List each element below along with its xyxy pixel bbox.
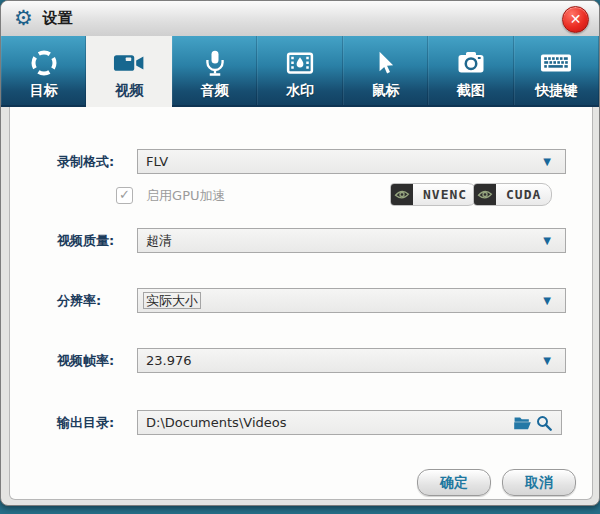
open-folder-icon[interactable]	[511, 413, 533, 433]
settings-form-panel: 录制格式: FLV ▼ ✓ 启用GPU加速 NVENC	[9, 107, 593, 500]
nvidia-logo-icon	[391, 184, 413, 205]
gpu-acceleration-checkbox[interactable]: ✓	[116, 187, 133, 204]
tab-label: 水印	[286, 82, 314, 100]
nvenc-badge[interactable]: NVENC	[390, 183, 478, 206]
cancel-button-label: 取消	[525, 474, 553, 490]
close-icon: ✕	[570, 11, 582, 27]
tab-target[interactable]: 目标	[1, 36, 86, 107]
cuda-badge[interactable]: CUDA	[473, 183, 552, 206]
record-format-dropdown[interactable]: FLV ▼	[137, 149, 566, 174]
resolution-label: 分辨率:	[57, 288, 101, 313]
video-quality-label: 视频质量:	[57, 228, 114, 253]
check-icon: ✓	[119, 187, 130, 202]
video-quality-value: 超清	[146, 232, 543, 250]
cancel-button[interactable]: 取消	[502, 469, 576, 496]
keyboard-icon	[539, 47, 573, 79]
tab-label: 目标	[30, 82, 58, 100]
chevron-down-icon: ▼	[543, 355, 551, 366]
tab-video[interactable]: 视频	[86, 36, 171, 107]
close-button[interactable]: ✕	[562, 6, 589, 33]
chevron-down-icon: ▼	[543, 295, 551, 306]
tab-screenshot[interactable]: 截图	[428, 36, 513, 107]
tab-bar: 目标 视频 音频	[1, 36, 599, 107]
title-bar: ⚙ 设置 ✕	[1, 1, 599, 36]
chevron-down-icon: ▼	[543, 156, 551, 167]
output-dir-label: 输出目录:	[57, 410, 114, 435]
tab-audio[interactable]: 音频	[172, 36, 257, 107]
frame-rate-label: 视频帧率:	[57, 348, 114, 373]
video-quality-dropdown[interactable]: 超清 ▼	[137, 228, 566, 253]
nvidia-logo-icon	[474, 184, 496, 205]
tab-label: 视频	[115, 82, 143, 100]
tab-hotkeys[interactable]: 快捷键	[514, 36, 599, 107]
gpu-acceleration-label: 启用GPU加速	[146, 188, 225, 203]
settings-window: ⚙ 设置 ✕ 目标 视频	[0, 0, 600, 506]
tab-label: 快捷键	[535, 82, 577, 100]
gear-icon: ⚙	[14, 8, 33, 29]
window-title: 设置	[43, 9, 73, 28]
tab-watermark[interactable]: 水印	[257, 36, 342, 107]
tab-label: 鼠标	[371, 82, 399, 100]
mouse-cursor-icon	[372, 47, 398, 79]
record-format-value: FLV	[146, 154, 543, 169]
target-icon	[29, 47, 59, 79]
tab-label: 截图	[457, 82, 485, 100]
nvenc-badge-label: NVENC	[413, 187, 477, 202]
output-dir-input[interactable]	[144, 414, 511, 431]
ok-button[interactable]: 确定	[417, 469, 491, 496]
tab-label: 音频	[201, 82, 229, 100]
tab-mouse[interactable]: 鼠标	[343, 36, 428, 107]
resolution-value: 实际大小	[143, 292, 201, 309]
search-icon[interactable]	[533, 413, 555, 433]
record-format-label: 录制格式:	[57, 149, 114, 174]
camera-icon	[455, 47, 487, 79]
frame-rate-dropdown[interactable]: 23.976 ▼	[137, 348, 566, 373]
output-dir-field	[137, 410, 562, 435]
chevron-down-icon: ▼	[543, 235, 551, 246]
frame-rate-value: 23.976	[146, 353, 543, 368]
gpu-acceleration-row: ✓ 启用GPU加速	[116, 184, 226, 206]
resolution-dropdown[interactable]: 实际大小 ▼	[137, 288, 566, 313]
microphone-icon	[201, 47, 229, 79]
watermark-icon	[284, 47, 316, 79]
ok-button-label: 确定	[440, 474, 468, 490]
cuda-badge-label: CUDA	[496, 187, 551, 202]
video-camera-icon	[112, 47, 146, 79]
